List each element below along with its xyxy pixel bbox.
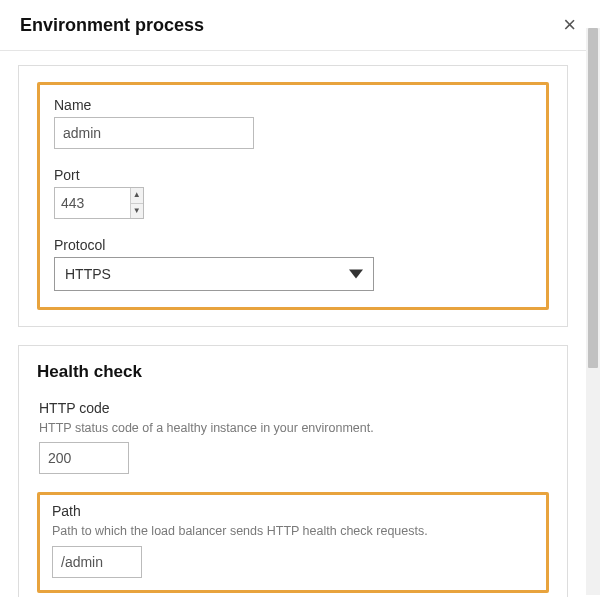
health-check-title: Health check <box>37 362 549 382</box>
dialog-body: Name Port ▲ ▼ Protocol HTTPS <box>0 51 586 597</box>
port-step-up[interactable]: ▲ <box>131 188 143 204</box>
port-label: Port <box>54 167 532 183</box>
path-field: Path Path to which the load balancer sen… <box>52 503 534 577</box>
protocol-label: Protocol <box>54 237 532 253</box>
health-check-panel: Health check HTTP code HTTP status code … <box>18 345 568 597</box>
port-step-down[interactable]: ▼ <box>131 204 143 219</box>
port-spinner: ▲ ▼ <box>130 188 143 218</box>
http-code-input[interactable] <box>39 442 129 474</box>
http-code-help: HTTP status code of a healthy instance i… <box>39 420 547 436</box>
dialog-header: Environment process × <box>0 0 600 51</box>
chevron-down-icon <box>349 270 363 279</box>
path-help: Path to which the load balancer sends HT… <box>52 523 534 539</box>
path-label: Path <box>52 503 534 519</box>
port-input[interactable]: ▲ ▼ <box>54 187 144 219</box>
name-input[interactable] <box>54 117 254 149</box>
protocol-select[interactable]: HTTPS <box>54 257 374 291</box>
http-code-field: HTTP code HTTP status code of a healthy … <box>39 400 547 474</box>
dialog-title: Environment process <box>20 15 204 36</box>
name-field: Name <box>54 97 532 149</box>
close-icon[interactable]: × <box>559 14 580 36</box>
scrollbar-thumb[interactable] <box>588 28 598 368</box>
protocol-field: Protocol HTTPS <box>54 237 532 291</box>
path-input[interactable] <box>52 546 142 578</box>
path-highlight: Path Path to which the load balancer sen… <box>37 492 549 592</box>
name-label: Name <box>54 97 532 113</box>
vertical-scrollbar[interactable] <box>586 28 600 595</box>
protocol-value: HTTPS <box>65 266 111 282</box>
port-field: Port ▲ ▼ <box>54 167 532 219</box>
process-panel: Name Port ▲ ▼ Protocol HTTPS <box>18 65 568 327</box>
process-highlight: Name Port ▲ ▼ Protocol HTTPS <box>37 82 549 310</box>
port-input-text[interactable] <box>55 188 130 218</box>
http-code-label: HTTP code <box>39 400 547 416</box>
